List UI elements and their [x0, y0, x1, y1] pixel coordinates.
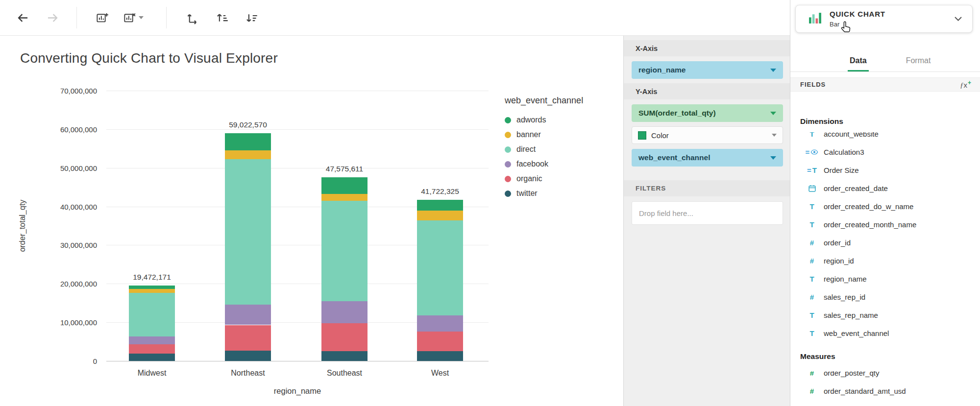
- bar-total-label: 59,022,570: [229, 120, 267, 129]
- fields-panel: Data Format FIELDS ƒx+ Dimensions Taccou…: [790, 0, 980, 406]
- tab-data[interactable]: Data: [848, 56, 869, 72]
- date-field-icon: [805, 185, 819, 192]
- bar-total-label: 19,472,171: [133, 273, 171, 282]
- field-label: Order Size: [824, 166, 859, 174]
- field-sales_rep_name[interactable]: Tsales_rep_name: [790, 306, 980, 324]
- bar-segment-midwest-facebook[interactable]: [129, 336, 175, 344]
- chevron-down-icon[interactable]: [954, 16, 962, 22]
- bar-segment-northeast-direct[interactable]: [225, 159, 271, 305]
- bar-total-label: 41,722,325: [421, 187, 459, 196]
- remove-chart-button[interactable]: [118, 6, 148, 29]
- swap-axes-icon: [186, 11, 199, 24]
- add-calculation-icon[interactable]: ƒx+: [960, 79, 971, 90]
- bar-segment-west-banner[interactable]: [417, 211, 463, 220]
- field-account_website[interactable]: Taccount_website: [790, 132, 980, 143]
- bar-segment-southeast-banner[interactable]: [321, 194, 368, 201]
- add-chart-button[interactable]: [91, 6, 113, 29]
- legend-item-banner[interactable]: banner: [505, 127, 583, 142]
- field-order_standard_amt_usd[interactable]: #order_standard_amt_usd: [790, 382, 980, 400]
- quick-chart-button[interactable]: QUICK CHART Bar: [795, 5, 973, 33]
- color-selector[interactable]: Color: [632, 126, 783, 144]
- toolbar-divider: [166, 7, 167, 28]
- bar-segment-west-direct[interactable]: [417, 220, 463, 315]
- y-axis-field-label: SUM(order_total_qty): [638, 109, 716, 118]
- legend-item-direct[interactable]: direct: [505, 142, 583, 157]
- y-axis-field-pill[interactable]: SUM(order_total_qty): [632, 104, 783, 122]
- color-field-pill[interactable]: web_event_channel: [632, 149, 783, 167]
- x-axis-field-label: region_name: [638, 66, 686, 74]
- swap-axes-button[interactable]: [181, 6, 204, 29]
- calculation-text-icon: =T: [805, 166, 819, 174]
- legend-item-adwords[interactable]: adwords: [505, 113, 583, 127]
- field-order_created_date[interactable]: order_created_date: [790, 179, 980, 197]
- x-category-label: Northeast: [231, 369, 265, 378]
- bar-segment-northeast-adwords[interactable]: [225, 133, 271, 151]
- legend-label: organic: [516, 174, 542, 183]
- arrow-left-icon: [16, 11, 29, 24]
- bar-segment-west-adwords[interactable]: [417, 200, 463, 211]
- field-calculation3[interactable]: =Calculation3: [790, 143, 980, 161]
- bar-segment-midwest-banner[interactable]: [129, 289, 175, 293]
- dropdown-caret-icon[interactable]: [770, 156, 776, 160]
- sort-ascending-button[interactable]: [211, 6, 233, 29]
- field-sales_rep_id[interactable]: #sales_rep_id: [790, 288, 980, 306]
- bar-segment-southeast-twitter[interactable]: [321, 351, 368, 361]
- bar-segment-midwest-direct[interactable]: [129, 293, 175, 336]
- tab-format[interactable]: Format: [904, 56, 933, 72]
- bar-segment-midwest-twitter[interactable]: [129, 354, 175, 361]
- chart-title: Converting Quick Chart to Visual Explore…: [20, 50, 278, 66]
- legend-swatch-icon: [505, 191, 511, 197]
- y-tick-label: 30,000,000: [60, 241, 97, 249]
- bar-segment-midwest-organic[interactable]: [129, 344, 175, 354]
- field-label: order_created_do_w_name: [824, 202, 913, 211]
- x-axis-field-pill[interactable]: region_name: [632, 61, 783, 79]
- dropdown-caret-icon[interactable]: [770, 69, 776, 72]
- bar-segment-northeast-banner[interactable]: [225, 150, 271, 159]
- field-region_id[interactable]: #region_id: [790, 252, 980, 270]
- bar-segment-northeast-organic[interactable]: [225, 325, 271, 351]
- bar-segment-northeast-facebook[interactable]: [225, 305, 271, 325]
- bar-chart-icon: [808, 11, 822, 26]
- bar-segment-west-organic[interactable]: [417, 332, 463, 351]
- dimensions-list: Taccount_website=Calculation3=TOrder Siz…: [790, 132, 980, 344]
- x-axis-title: region_name: [274, 386, 321, 396]
- text-field-icon: T: [805, 311, 819, 319]
- y-tick-label: 20,000,000: [60, 280, 97, 288]
- legend: web_event_channel adwordsbannerdirectfac…: [505, 96, 583, 201]
- chevron-down-icon[interactable]: [772, 134, 777, 137]
- field-order_total_qty[interactable]: #order_total_qty: [790, 400, 980, 406]
- bar-segment-northeast-twitter[interactable]: [225, 351, 271, 361]
- filters-section-label: FILTERS: [636, 185, 666, 192]
- bar-segment-southeast-organic[interactable]: [321, 323, 368, 351]
- dropdown-caret-icon[interactable]: [770, 112, 776, 115]
- back-button[interactable]: [11, 6, 34, 29]
- legend-item-facebook[interactable]: facebook: [505, 157, 583, 171]
- field-order_created_month_name[interactable]: Torder_created_month_name: [790, 215, 980, 234]
- field-order-size[interactable]: =TOrder Size: [790, 161, 980, 179]
- bar-segment-west-twitter[interactable]: [417, 351, 463, 361]
- field-order_id[interactable]: #order_id: [790, 234, 980, 252]
- field-label: order_id: [824, 239, 851, 247]
- field-label: region_name: [824, 275, 867, 283]
- field-label: order_created_month_name: [824, 220, 916, 229]
- legend-item-organic[interactable]: organic: [505, 171, 583, 186]
- field-region_name[interactable]: Tregion_name: [790, 270, 980, 288]
- bar-segment-southeast-direct[interactable]: [321, 201, 368, 301]
- legend-label: banner: [516, 130, 541, 139]
- text-field-icon: T: [805, 275, 819, 283]
- y-axis-section-label: Y-Axis: [636, 88, 657, 96]
- bar-segment-southeast-adwords[interactable]: [321, 177, 368, 194]
- field-web_event_channel[interactable]: Tweb_event_channel: [790, 324, 980, 342]
- arrow-right-icon: [46, 11, 59, 24]
- legend-item-twitter[interactable]: twitter: [505, 186, 583, 201]
- forward-button[interactable]: [41, 6, 64, 29]
- field-order_created_do_w_name[interactable]: Torder_created_do_w_name: [790, 197, 980, 215]
- bar-segment-southeast-facebook[interactable]: [321, 301, 368, 323]
- legend-title: web_event_channel: [505, 96, 583, 106]
- filters-drop-zone[interactable]: Drop field here...: [632, 201, 783, 225]
- bar-segment-west-facebook[interactable]: [417, 315, 463, 332]
- quick-chart-title: QUICK CHART: [830, 10, 885, 18]
- field-order_poster_qty[interactable]: #order_poster_qty: [790, 371, 980, 382]
- sort-descending-button[interactable]: [240, 6, 263, 29]
- bar-segment-midwest-adwords[interactable]: [129, 286, 175, 289]
